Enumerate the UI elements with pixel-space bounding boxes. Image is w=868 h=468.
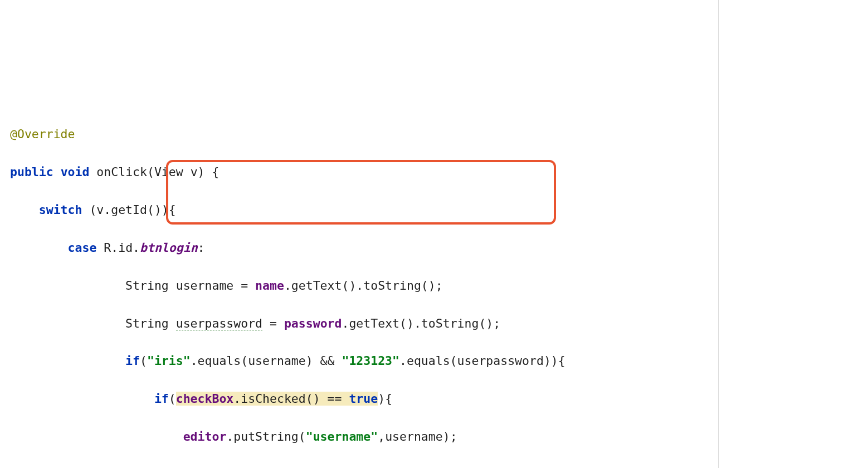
code-line: editor.putString("userpassword",userpass…: [10, 465, 858, 468]
code-line: if("iris".equals(username) && "123123".e…: [10, 352, 858, 370]
code-line: editor.putString("username",username);: [10, 427, 858, 446]
code-line: String username = name.getText().toStrin…: [10, 276, 858, 295]
code-line: public void onClick(View v) {: [10, 163, 858, 182]
annotation: @Override: [10, 127, 75, 141]
code-line: String userpassword = password.getText()…: [10, 314, 858, 333]
code-line: switch (v.getId()){: [10, 201, 858, 220]
code-line: if(checkBox.isChecked() == true){: [10, 389, 858, 408]
editor-right-margin: [718, 0, 719, 468]
code-line: @Override: [10, 125, 858, 144]
code-line: case R.id.btnlogin:: [10, 238, 858, 257]
